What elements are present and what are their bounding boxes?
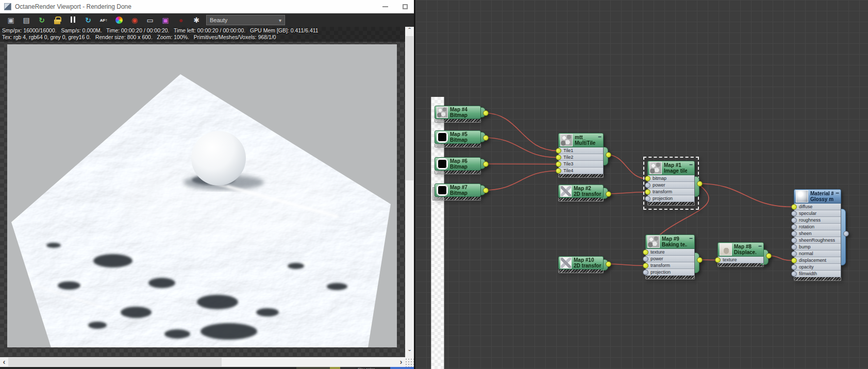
input-socket-diffuse[interactable] — [791, 204, 797, 210]
input-socket-roughness[interactable] — [791, 217, 797, 223]
node-map4[interactable]: Map #4Bitmap — [435, 106, 481, 123]
output-socket[interactable] — [843, 231, 849, 237]
autofocus-icon[interactable]: AF↑ — [96, 14, 111, 26]
maximize-button[interactable] — [403, 4, 408, 9]
vertical-scrollbar-thumb[interactable] — [406, 36, 413, 180]
output-socket[interactable] — [697, 181, 703, 187]
node-material25[interactable]: Material #25Glossy m...–diffusespecularr… — [794, 189, 841, 281]
input-socket-rotation[interactable] — [791, 224, 797, 230]
node-map10[interactable]: Map #102D transform... — [558, 256, 604, 273]
node-header[interactable]: Map #5Bitmap — [435, 130, 481, 144]
white-balance-picker-icon[interactable] — [111, 14, 127, 26]
scroll-right-icon[interactable]: › — [397, 357, 405, 367]
output-socket[interactable] — [697, 257, 703, 263]
output-socket[interactable] — [483, 135, 489, 141]
node-input-row-Tile1[interactable]: Tile1 — [559, 147, 603, 154]
input-socket-displacement[interactable] — [791, 258, 797, 263]
input-socket-Tile3[interactable] — [556, 161, 561, 167]
minimize-button[interactable] — [382, 6, 388, 7]
node-header[interactable]: Map #7Bitmap — [435, 183, 481, 197]
denoiser-icon[interactable]: ✱ — [189, 14, 204, 26]
node-input-row-Tile2[interactable]: Tile2 — [559, 154, 603, 161]
node-input-row-power[interactable]: power — [648, 182, 694, 189]
scroll-left-icon[interactable]: ‹ — [0, 357, 8, 367]
input-socket-projection[interactable] — [643, 270, 648, 275]
save-render-icon[interactable]: ▣ — [158, 14, 173, 26]
input-socket-Tile4[interactable] — [556, 168, 561, 174]
input-socket-texture[interactable] — [643, 249, 648, 255]
node-input-row-texture[interactable]: texture — [646, 249, 694, 256]
node-input-row-sheen[interactable]: sheen — [794, 230, 841, 237]
node-input-row-Tile4[interactable]: Tile4 — [559, 167, 603, 174]
titlebar[interactable]: OctaneRender Viewport - Rendering Done — [0, 0, 414, 13]
node-input-row-projection[interactable]: projection — [646, 269, 694, 276]
node-input-row-filmwidth[interactable]: filmwidth — [794, 271, 841, 277]
node-input-row-power[interactable]: power — [646, 256, 694, 262]
vertical-scrollbar[interactable]: ˆ ˇ — [405, 27, 414, 357]
output-socket[interactable] — [606, 152, 611, 158]
node-input-row-displacement[interactable]: displacement — [794, 257, 841, 264]
node-header[interactable]: Map #1Image tiles– — [647, 161, 695, 175]
node-header[interactable]: mtt_MultiTile– — [558, 133, 604, 147]
material-node-editor[interactable] — [414, 0, 868, 369]
lock-resolution-icon[interactable] — [49, 14, 65, 26]
render-pass-select[interactable]: Beauty ▾ — [206, 15, 285, 25]
output-socket[interactable] — [483, 161, 489, 167]
input-socket-filmwidth[interactable] — [791, 271, 797, 277]
node-map8[interactable]: Map #8Displace...–texture — [717, 242, 764, 267]
node-input-row-diffuse[interactable]: diffuse — [794, 204, 841, 210]
node-header[interactable]: Map #6Bitmap — [435, 157, 481, 171]
node-header[interactable]: Map #8Displace...– — [717, 242, 764, 257]
node-input-row-rotation[interactable]: rotation — [794, 224, 841, 230]
node-minimize-icon[interactable]: – — [758, 244, 762, 248]
node-input-row-normal[interactable]: normal — [794, 250, 841, 257]
input-socket-power[interactable] — [645, 182, 650, 188]
node-map1[interactable]: Map #1Image tiles–bitmappowertransformpr… — [647, 161, 695, 206]
node-header[interactable]: Map #102D transform... — [558, 256, 604, 270]
input-socket-opacity[interactable] — [791, 264, 797, 270]
scroll-down-icon[interactable]: ˇ — [405, 349, 414, 357]
input-socket-specular[interactable] — [791, 211, 797, 216]
node-input-row-opacity[interactable]: opacity — [794, 264, 841, 271]
node-minimize-icon[interactable]: – — [689, 236, 693, 240]
output-socket[interactable] — [483, 110, 489, 116]
input-socket-bitmap[interactable] — [645, 176, 650, 181]
input-socket-Tile2[interactable] — [556, 155, 561, 160]
node-header[interactable]: Map #4Bitmap — [435, 106, 481, 119]
pause-render-icon[interactable] — [65, 14, 80, 26]
clipboard-icon[interactable]: ▤ — [19, 14, 34, 26]
node-map9[interactable]: Map #9Baking te...–texturepowertransform… — [645, 234, 695, 279]
input-socket-power[interactable] — [643, 256, 648, 262]
input-socket-normal[interactable] — [791, 251, 797, 257]
node-map2[interactable]: Map #22D transform... — [558, 184, 604, 202]
input-socket-Tile1[interactable] — [556, 148, 561, 154]
input-socket-projection[interactable] — [645, 196, 650, 202]
resize-grip[interactable] — [405, 357, 414, 367]
node-input-row-texture[interactable]: texture — [718, 257, 763, 263]
node-minimize-icon[interactable]: – — [598, 135, 602, 139]
node-input-row-projection[interactable]: projection — [648, 195, 694, 202]
node-input-row-sheenRoughness[interactable]: sheenRoughness — [794, 237, 841, 244]
input-socket-transform[interactable] — [643, 263, 648, 269]
node-minimize-icon[interactable]: – — [689, 162, 693, 166]
node-map5[interactable]: Map #5Bitmap — [435, 130, 481, 147]
output-socket[interactable] — [766, 253, 772, 259]
horizontal-scrollbar[interactable]: ‹ › — [0, 357, 405, 367]
output-socket[interactable] — [606, 191, 611, 197]
camera-icon[interactable]: ● — [173, 14, 189, 26]
horizontal-scrollbar-thumb[interactable] — [8, 358, 222, 366]
node-input-row-transform[interactable]: transform — [648, 189, 694, 195]
input-socket-sheen[interactable] — [791, 231, 797, 237]
node-multitile[interactable]: mtt_MultiTile–Tile1Tile2Tile3Tile4 — [558, 133, 604, 178]
output-socket[interactable] — [483, 188, 489, 193]
node-input-row-roughness[interactable]: roughness — [794, 217, 841, 224]
input-socket-bump[interactable] — [791, 244, 797, 250]
node-input-row-specular[interactable]: specular — [794, 210, 841, 217]
input-socket-texture[interactable] — [715, 257, 721, 263]
node-header[interactable]: Map #9Baking te...– — [645, 234, 695, 249]
input-socket-transform[interactable] — [645, 189, 650, 195]
node-minimize-icon[interactable]: – — [836, 191, 839, 195]
output-socket[interactable] — [606, 261, 611, 267]
node-header[interactable]: Material #25Glossy m...– — [794, 189, 841, 204]
restart-render-icon[interactable]: ↻ — [34, 14, 49, 26]
